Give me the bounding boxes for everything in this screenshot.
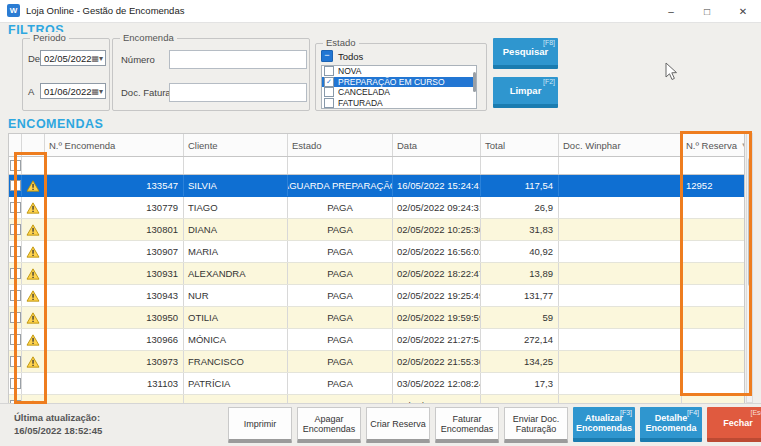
row-checkbox[interactable]: [10, 378, 21, 389]
filter-cell[interactable]: [288, 157, 393, 174]
row-checkbox[interactable]: [10, 334, 21, 345]
date-to-input[interactable]: 01/06/2022 ▦▾: [40, 83, 106, 99]
estado-listbox-scrollbar[interactable]: [473, 72, 476, 92]
row-checkbox[interactable]: [10, 246, 21, 257]
row-checkbox[interactable]: [10, 268, 21, 279]
row-checkbox[interactable]: [10, 312, 21, 323]
column-header-total[interactable]: Total: [481, 134, 559, 156]
close-icon[interactable]: ✕: [725, 0, 761, 22]
column-header-estado[interactable]: Estado: [288, 134, 393, 156]
doc-faturacao-input[interactable]: [169, 83, 307, 102]
table-row[interactable]: 133547 SILVIA AGUARDA PREPARAÇÃO 16/05/2…: [9, 175, 744, 197]
table-scrollbar-thumb[interactable]: [748, 158, 752, 286]
limpar-shortcut: [F2]: [543, 78, 555, 85]
table-row[interactable]: 130779 TIAGO PAGA 02/05/2022 09:24:31 26…: [9, 197, 744, 219]
cell-cliente: NUR: [184, 285, 288, 306]
filter-cell[interactable]: [22, 157, 45, 174]
row-select-cell[interactable]: [9, 241, 22, 262]
encomenda-group: Encomenda Número Doc. Faturação: [112, 38, 310, 111]
calendar-dropdown-icon[interactable]: ▦▾: [91, 51, 103, 67]
table-row[interactable]: 130931 ALEXANDRA PAGA 02/05/2022 18:22:4…: [9, 263, 744, 285]
cell-cliente: DIANA: [184, 219, 288, 240]
cell-doc-winphar: [559, 373, 682, 394]
cell-estado: PAGA: [288, 307, 393, 328]
table-row[interactable]: 130801 DIANA PAGA 02/05/2022 10:25:30 31…: [9, 219, 744, 241]
last-update: Última atualização: 16/05/2022 18:52:45: [14, 411, 102, 437]
cell-estado: PAGA: [288, 285, 393, 306]
row-select-cell[interactable]: [9, 285, 22, 306]
estado-option[interactable]: FATURADA: [322, 98, 476, 109]
minimize-icon[interactable]: –: [653, 0, 689, 22]
select-all-checkbox[interactable]: [10, 160, 21, 171]
estado-option-checkbox[interactable]: ✓: [324, 77, 334, 87]
footer-button[interactable]: Imprimir: [228, 407, 292, 443]
filter-cell[interactable]: [559, 157, 682, 174]
cell-doc-winphar: [559, 219, 682, 240]
row-select-cell[interactable]: [9, 197, 22, 218]
warning-icon: [26, 180, 40, 192]
estado-option[interactable]: NOVA: [322, 66, 476, 77]
row-checkbox[interactable]: [10, 356, 21, 367]
table-row[interactable]: 130973 FRANCISCO PAGA 02/05/2022 21:55:3…: [9, 351, 744, 373]
maximize-icon[interactable]: □: [689, 0, 725, 22]
filter-cell[interactable]: [184, 157, 288, 174]
table-row[interactable]: 130950 OTILIA PAGA 02/05/2022 19:59:59 5…: [9, 307, 744, 329]
row-checkbox[interactable]: [10, 180, 21, 191]
row-select-cell[interactable]: [9, 351, 22, 372]
cell-total: 17,3: [481, 373, 559, 394]
limpar-button[interactable]: [F2] Limpar: [493, 77, 558, 108]
table-scrollbar[interactable]: [746, 133, 753, 403]
column-header-num-encomenda[interactable]: N.º Encomenda: [45, 134, 184, 156]
column-header-num-reserva[interactable]: N.º Reserva ▼: [682, 134, 744, 156]
row-select-cell[interactable]: [9, 329, 22, 350]
estado-option[interactable]: CANCELADA: [322, 87, 476, 98]
estado-listbox[interactable]: NOVA ✓ PREPARAÇÃO EM CURSO CANCELADA FAT…: [321, 65, 477, 109]
row-checkbox[interactable]: [10, 290, 21, 301]
footer-button[interactable]: Criar Reserva: [366, 407, 430, 443]
row-select-cell[interactable]: [9, 373, 22, 394]
date-from-input[interactable]: 02/05/2022 ▦▾: [40, 50, 106, 66]
footer-button[interactable]: [F4] Detalhe Encomenda: [640, 407, 702, 442]
pesquisar-button[interactable]: [F8] Pesquisar: [493, 38, 558, 69]
filter-cell[interactable]: [682, 157, 744, 174]
todos-checkbox-row[interactable]: − Todos: [321, 50, 363, 62]
calendar-dropdown-icon[interactable]: ▦▾: [91, 84, 103, 100]
table-row[interactable]: 131103 PATRÍCIA PAGA 03/05/2022 12:08:24…: [9, 373, 744, 395]
row-select-cell[interactable]: [9, 175, 22, 196]
filter-cell[interactable]: [393, 157, 481, 174]
cell-cliente: MARIA: [184, 241, 288, 262]
estado-option[interactable]: ✓ PREPARAÇÃO EM CURSO: [322, 77, 476, 88]
footer-button[interactable]: Apagar Encomendas: [297, 407, 361, 443]
column-header-cliente[interactable]: Cliente: [184, 134, 288, 156]
row-checkbox[interactable]: [10, 202, 21, 213]
warning-icon: [26, 290, 40, 302]
row-select-cell[interactable]: [9, 263, 22, 284]
footer-button[interactable]: Enviar Doc. Faturação: [504, 407, 568, 443]
todos-checkbox-indeterminate-icon[interactable]: −: [321, 50, 333, 62]
warning-icon: [26, 268, 40, 280]
row-warning-cell: [22, 329, 45, 350]
table-row[interactable]: 130907 MARIA PAGA 02/05/2022 16:56:02 40…: [9, 241, 744, 263]
estado-option-checkbox[interactable]: [324, 98, 334, 108]
column-header-doc-winphar[interactable]: Doc. Winphar: [559, 134, 682, 156]
footer-button[interactable]: Faturar Encomendas: [435, 407, 499, 443]
footer-button-label: Fechar: [723, 418, 753, 428]
column-header-data[interactable]: Data: [393, 134, 481, 156]
row-checkbox[interactable]: [10, 224, 21, 235]
filter-cell[interactable]: [481, 157, 559, 174]
table-row[interactable]: 130966 MÓNICA PAGA 02/05/2022 21:27:54 2…: [9, 329, 744, 351]
filter-cell[interactable]: [45, 157, 184, 174]
cell-estado: PAGA: [288, 351, 393, 372]
estado-option-checkbox[interactable]: [324, 87, 334, 97]
row-select-cell[interactable]: [9, 219, 22, 240]
app-icon: W: [7, 4, 20, 17]
footer-button[interactable]: [F3] Atualizar Encomendas: [573, 407, 635, 442]
numero-label: Número: [121, 54, 155, 65]
numero-input[interactable]: [169, 50, 307, 69]
table-row[interactable]: 130943 NUR PAGA 02/05/2022 19:25:49 131,…: [9, 285, 744, 307]
sort-icon[interactable]: ▼: [741, 142, 744, 148]
footer-button[interactable]: [Esc] Fechar: [707, 407, 761, 442]
filter-select-all[interactable]: [9, 157, 22, 174]
estado-option-checkbox[interactable]: [324, 66, 334, 76]
row-select-cell[interactable]: [9, 307, 22, 328]
